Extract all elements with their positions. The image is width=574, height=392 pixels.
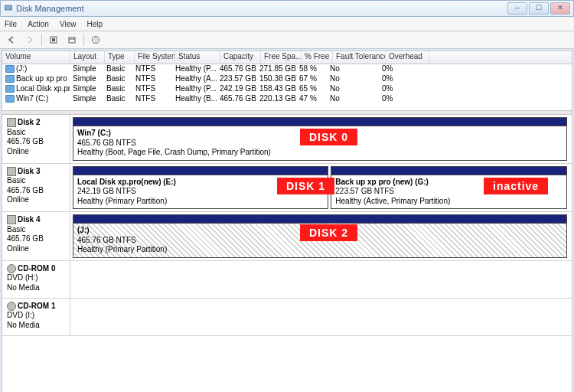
titlebar: Disk Management ─ ☐ ✕ [0, 0, 574, 17]
window-title: Disk Management [16, 4, 84, 13]
disk-graphical-view: Disk 2Basic465.76 GBOnlineWin7 (C:)465.7… [2, 115, 572, 392]
content-area: Volume Layout Type File System Status Ca… [2, 51, 572, 392]
properties-button[interactable] [64, 32, 80, 47]
disk-icon [7, 118, 16, 127]
drive-icon [5, 75, 15, 83]
minimize-button[interactable]: ─ [507, 2, 527, 15]
svg-rect-3 [69, 38, 75, 43]
disk-row: Disk 4Basic465.76 GBOnline(J:)465.76 GB … [2, 212, 572, 261]
refresh-button[interactable] [45, 32, 62, 47]
table-row[interactable]: (J:)SimpleBasicNTFSHealthy (P...465.76 G… [2, 64, 572, 74]
cdrom-icon [7, 264, 16, 273]
toolbar: ? [0, 31, 574, 49]
annotation-label: inactive [484, 178, 548, 194]
col-layout[interactable]: Layout [70, 51, 105, 64]
col-type[interactable]: Type [105, 51, 135, 64]
help-button[interactable]: ? [87, 32, 104, 47]
drive-icon [5, 85, 15, 93]
partition-header-bar [331, 167, 566, 175]
menu-action[interactable]: Action [28, 20, 49, 28]
disk-icon [7, 167, 16, 176]
disk-partitions: Local Disk xp.pro(new) (E:)242.19 GB NTF… [70, 164, 572, 212]
disk-row: Disk 2Basic465.76 GBOnlineWin7 (C:)465.7… [2, 115, 572, 164]
disk-row: Disk 3Basic465.76 GBOnlineLocal Disk xp.… [2, 164, 572, 213]
annotation-label: DISK 1 [277, 178, 334, 194]
disk-partitions: Win7 (C:)465.76 GB NTFSHealthy (Boot, Pa… [70, 115, 572, 163]
disk-icon [7, 215, 16, 224]
disk-row: CD-ROM 0DVD (H:)No Media [2, 261, 572, 299]
col-status[interactable]: Status [175, 51, 220, 64]
disk-partitions [70, 261, 572, 298]
svg-rect-0 [5, 5, 12, 10]
disk-label[interactable]: Disk 3Basic465.76 GBOnline [2, 164, 70, 212]
col-overhead[interactable]: Overhead [386, 51, 429, 64]
menu-help[interactable]: Help [86, 20, 103, 28]
svg-rect-2 [52, 38, 55, 41]
col-pctfree[interactable]: % Free [302, 51, 333, 64]
partition-header-bar [73, 167, 328, 175]
drive-icon [5, 95, 15, 103]
col-capacity[interactable]: Capacity [220, 51, 261, 64]
maximize-button[interactable]: ☐ [529, 2, 549, 15]
annotation-label: DISK 0 [300, 129, 357, 145]
cdrom-icon [7, 302, 16, 311]
disk-partitions: (J:)465.76 GB NTFSHealthy (Primary Parti… [70, 212, 572, 260]
menubar: File Action View Help [0, 17, 574, 31]
app-icon [4, 3, 13, 14]
disk-label[interactable]: Disk 4Basic465.76 GBOnline [2, 212, 70, 260]
menu-file[interactable]: File [5, 20, 17, 28]
menu-view[interactable]: View [60, 20, 77, 28]
drive-icon [5, 65, 15, 73]
disk-row: CD-ROM 1DVD (I:)No Media [2, 299, 572, 336]
col-faulttol[interactable]: Fault Tolerance [333, 51, 386, 64]
col-freespace[interactable]: Free Spa... [261, 51, 302, 64]
disk-label[interactable]: CD-ROM 1DVD (I:)No Media [2, 299, 70, 335]
table-row[interactable]: Back up xp pro (ne...SimpleBasicNTFSHeal… [2, 74, 572, 84]
col-filesystem[interactable]: File System [135, 51, 175, 64]
partition-header-bar [73, 118, 566, 126]
table-row[interactable]: Win7 (C:)SimpleBasicNTFSHealthy (B...465… [2, 94, 572, 104]
back-button[interactable] [3, 32, 20, 47]
disk-label[interactable]: CD-ROM 0DVD (H:)No Media [2, 261, 70, 298]
volume-table-body: (J:)SimpleBasicNTFSHealthy (P...465.76 G… [2, 64, 572, 110]
volume-table-header: Volume Layout Type File System Status Ca… [2, 51, 572, 64]
close-button[interactable]: ✕ [550, 2, 570, 15]
svg-text:?: ? [94, 38, 97, 43]
disk-partitions [70, 299, 572, 335]
annotation-label: DISK 2 [300, 224, 357, 241]
partition-header-bar [73, 215, 566, 224]
col-volume[interactable]: Volume [2, 51, 70, 64]
disk-label[interactable]: Disk 2Basic465.76 GBOnline [2, 115, 70, 163]
forward-button[interactable] [21, 32, 38, 47]
table-row[interactable]: Local Disk xp.pro(...SimpleBasicNTFSHeal… [2, 84, 572, 94]
